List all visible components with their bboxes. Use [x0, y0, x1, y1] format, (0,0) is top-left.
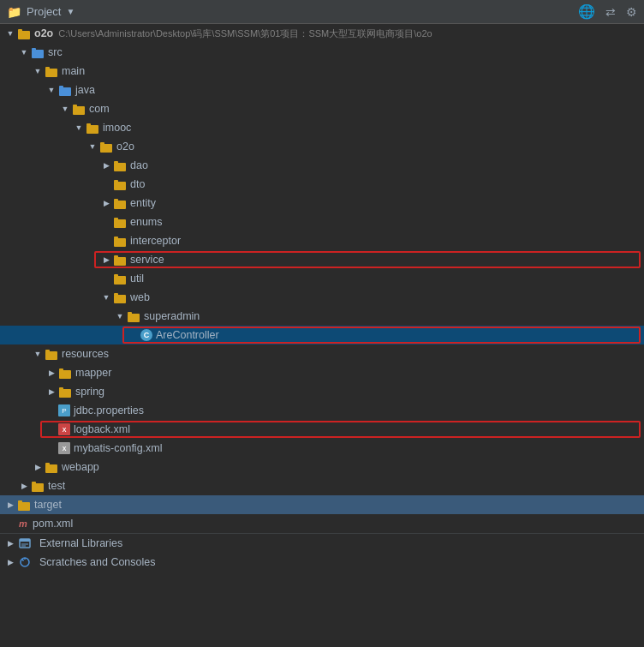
svg-line-51 [22, 560, 24, 561]
jdbc-label: jdbc.properties [74, 404, 144, 416]
tree-item-pom[interactable]: m pom.xml [0, 514, 644, 533]
title-bar-title: Project [27, 5, 61, 18]
java-label: java [75, 84, 95, 96]
svg-rect-21 [114, 219, 126, 228]
svg-rect-29 [114, 295, 126, 303]
tree-item-webapp[interactable]: webapp [0, 458, 644, 476]
o2o-path: C:\Users\Administrator\Desktop\码库\SSM\SS… [58, 27, 432, 40]
tree-item-web[interactable]: web [0, 288, 644, 307]
spring-label: spring [75, 386, 104, 398]
src-label: src [48, 46, 63, 58]
tree-item-service[interactable]: service [0, 250, 644, 269]
mapper-label: mapper [75, 367, 111, 379]
tree-item-arecontroller[interactable]: C AreController [0, 326, 644, 344]
svg-rect-18 [114, 180, 118, 183]
tree-item-jdbc[interactable]: P jdbc.properties [0, 401, 644, 420]
superadmin-label: superadmin [144, 310, 200, 322]
svg-rect-9 [73, 106, 85, 115]
svg-rect-10 [73, 105, 77, 107]
tree-item-main[interactable]: main [0, 62, 644, 81]
project-panel: o2o C:\Users\Administrator\Desktop\码库\SS… [0, 24, 644, 647]
svg-rect-4 [32, 48, 36, 51]
tree-item-entity[interactable]: entity [0, 194, 644, 213]
svg-rect-43 [18, 502, 30, 511]
scratches-item[interactable]: Scratches and Consoles [0, 553, 644, 572]
svg-rect-30 [114, 293, 118, 296]
svg-rect-3 [32, 50, 44, 58]
svg-rect-31 [128, 314, 140, 322]
title-bar: 📁 Project ▼ 🌐 ⇄ ⚙ [0, 0, 644, 24]
util-label: util [130, 273, 144, 285]
external-libraries-label: External Libraries [39, 537, 122, 549]
resources-label: resources [62, 348, 109, 360]
svg-rect-14 [100, 142, 104, 145]
tree-item-com[interactable]: com [0, 99, 644, 118]
target-label: target [34, 499, 62, 511]
svg-rect-7 [59, 87, 71, 96]
globe-icon[interactable]: 🌐 [578, 3, 595, 20]
tree-item-o2o-pkg[interactable]: o2o [0, 137, 644, 156]
svg-rect-39 [45, 464, 57, 473]
tree-item-util[interactable]: util [0, 269, 644, 288]
svg-rect-11 [86, 125, 98, 134]
svg-rect-8 [59, 86, 63, 88]
tree-item-mybatis[interactable]: X mybatis-config.xml [0, 439, 644, 458]
svg-rect-26 [114, 255, 118, 258]
settings-icon[interactable]: ⚙ [626, 5, 637, 19]
svg-rect-38 [59, 387, 63, 390]
svg-rect-15 [114, 163, 126, 171]
svg-rect-12 [86, 123, 91, 126]
svg-rect-36 [59, 368, 63, 371]
scratches-icon [19, 556, 31, 568]
svg-rect-35 [59, 370, 71, 379]
tree-item-superadmin[interactable]: superadmin [0, 307, 644, 326]
layout-icon[interactable]: ⇄ [605, 5, 616, 19]
tree-item-src[interactable]: src [0, 43, 644, 62]
tree-item-enums[interactable]: enums [0, 213, 644, 231]
o2o-pkg-label: o2o [116, 141, 134, 153]
svg-rect-25 [114, 257, 126, 266]
tree-item-o2o[interactable]: o2o C:\Users\Administrator\Desktop\码库\SS… [0, 24, 644, 43]
tree-item-mapper[interactable]: mapper [0, 363, 644, 382]
project-icon: 📁 [7, 5, 21, 19]
svg-rect-44 [18, 500, 22, 503]
external-libraries-icon [19, 537, 31, 549]
main-label: main [62, 65, 85, 77]
svg-rect-41 [32, 483, 44, 492]
tree-item-java[interactable]: java [0, 81, 644, 99]
tree-item-dao[interactable]: dao [0, 156, 644, 175]
tree-item-test[interactable]: test [0, 476, 644, 495]
external-libraries-item[interactable]: External Libraries [0, 534, 644, 553]
tree-item-imooc[interactable]: imooc [0, 118, 644, 137]
svg-rect-2 [18, 29, 22, 32]
service-label: service [130, 254, 164, 266]
svg-rect-34 [45, 350, 50, 352]
tree-item-logback[interactable]: X logback.xml [0, 420, 644, 439]
web-label: web [130, 291, 150, 303]
dao-label: dao [130, 159, 148, 171]
title-bar-dropdown-icon[interactable]: ▼ [66, 7, 75, 16]
svg-rect-20 [114, 199, 118, 201]
svg-rect-16 [114, 161, 118, 164]
tree-item-interceptor[interactable]: interceptor [0, 231, 644, 250]
o2o-label: o2o [34, 27, 53, 39]
tree-item-dto[interactable]: dto [0, 175, 644, 194]
tree-item-target[interactable]: target [0, 495, 644, 514]
svg-rect-46 [20, 539, 30, 542]
test-label: test [48, 480, 65, 492]
svg-rect-24 [114, 237, 118, 239]
svg-rect-19 [114, 201, 126, 209]
webapp-label: webapp [62, 461, 99, 473]
mybatis-label: mybatis-config.xml [74, 442, 163, 454]
enums-label: enums [130, 216, 163, 228]
svg-rect-32 [128, 312, 132, 315]
pom-label: pom.xml [33, 518, 73, 530]
tree-item-resources[interactable]: resources [0, 344, 644, 363]
svg-rect-23 [114, 238, 126, 247]
tree-item-spring[interactable]: spring [0, 382, 644, 401]
svg-rect-27 [114, 276, 126, 285]
svg-rect-33 [45, 351, 57, 360]
svg-rect-13 [100, 144, 112, 153]
entity-label: entity [130, 197, 156, 209]
dto-label: dto [130, 178, 145, 190]
